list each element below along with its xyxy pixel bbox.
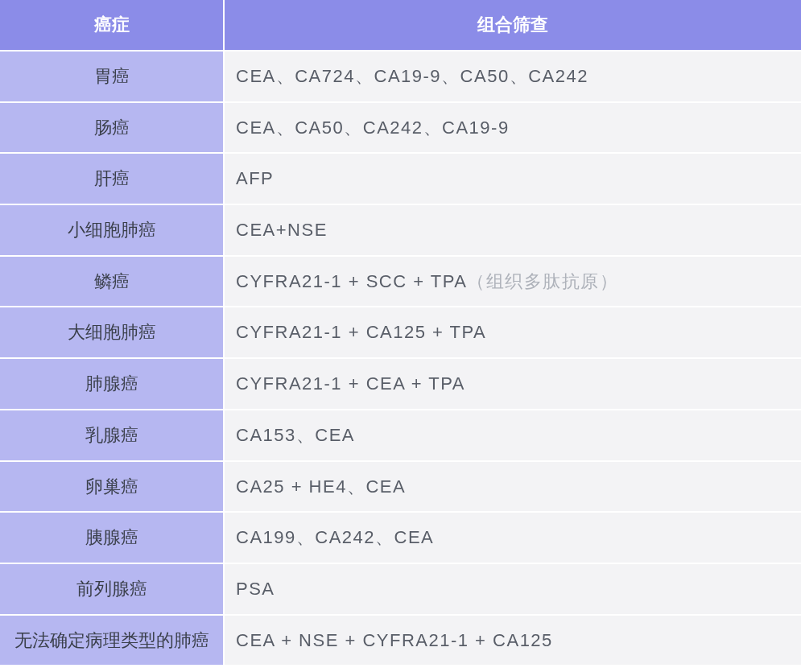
screening-markers: AFP <box>224 153 801 204</box>
cancer-name: 前列腺癌 <box>0 563 224 615</box>
screening-markers: CYFRA21-1 + SCC + TPA（组织多肽抗原） <box>224 256 801 307</box>
table-row: 无法确定病理类型的肺癌 CEA + NSE + CYFRA21-1 + CA12… <box>0 615 801 666</box>
header-screening: 组合筛查 <box>224 0 801 51</box>
cancer-name: 鳞癌 <box>0 256 224 307</box>
table-row: 鳞癌 CYFRA21-1 + SCC + TPA（组织多肽抗原） <box>0 256 801 307</box>
cancer-name: 胃癌 <box>0 51 224 102</box>
cancer-name: 卵巢癌 <box>0 461 224 513</box>
cancer-name: 肠癌 <box>0 102 224 154</box>
table-row: 小细胞肺癌 CEA+NSE <box>0 204 801 256</box>
header-cancer: 癌症 <box>0 0 224 51</box>
table-row: 前列腺癌 PSA <box>0 563 801 615</box>
table-row: 胰腺癌 CA199、CA242、CEA <box>0 512 801 563</box>
cancer-screening-table: 癌症 组合筛查 胃癌 CEA、CA724、CA19-9、CA50、CA242 肠… <box>0 0 801 665</box>
table-row: 卵巢癌 CA25 + HE4、CEA <box>0 461 801 513</box>
screening-markers: CA25 + HE4、CEA <box>224 461 801 513</box>
screening-markers: CEA + NSE + CYFRA21-1 + CA125 <box>224 615 801 666</box>
table-row: 肝癌 AFP <box>0 153 801 204</box>
cancer-name: 肺腺癌 <box>0 358 224 410</box>
cancer-name: 大细胞肺癌 <box>0 307 224 358</box>
screening-markers: CEA+NSE <box>224 204 801 256</box>
cancer-name: 胰腺癌 <box>0 512 224 563</box>
table-body: 胃癌 CEA、CA724、CA19-9、CA50、CA242 肠癌 CEA、CA… <box>0 51 801 665</box>
table-row: 乳腺癌 CA153、CEA <box>0 410 801 461</box>
screening-markers: CYFRA21-1 + CA125 + TPA <box>224 307 801 358</box>
cancer-name: 小细胞肺癌 <box>0 204 224 256</box>
table-row: 肠癌 CEA、CA50、CA242、CA19-9 <box>0 102 801 154</box>
cancer-name: 乳腺癌 <box>0 410 224 461</box>
screening-markers: CYFRA21-1 + CEA + TPA <box>224 358 801 410</box>
table-row: 胃癌 CEA、CA724、CA19-9、CA50、CA242 <box>0 51 801 102</box>
cancer-name: 无法确定病理类型的肺癌 <box>0 615 224 666</box>
screening-markers: CEA、CA724、CA19-9、CA50、CA242 <box>224 51 801 102</box>
table-row: 肺腺癌 CYFRA21-1 + CEA + TPA <box>0 358 801 410</box>
table-row: 大细胞肺癌 CYFRA21-1 + CA125 + TPA <box>0 307 801 358</box>
table-header-row: 癌症 组合筛查 <box>0 0 801 51</box>
screening-markers: CA199、CA242、CEA <box>224 512 801 563</box>
screening-markers: CA153、CEA <box>224 410 801 461</box>
cancer-name: 肝癌 <box>0 153 224 204</box>
screening-markers: PSA <box>224 563 801 615</box>
screening-markers: CEA、CA50、CA242、CA19-9 <box>224 102 801 154</box>
